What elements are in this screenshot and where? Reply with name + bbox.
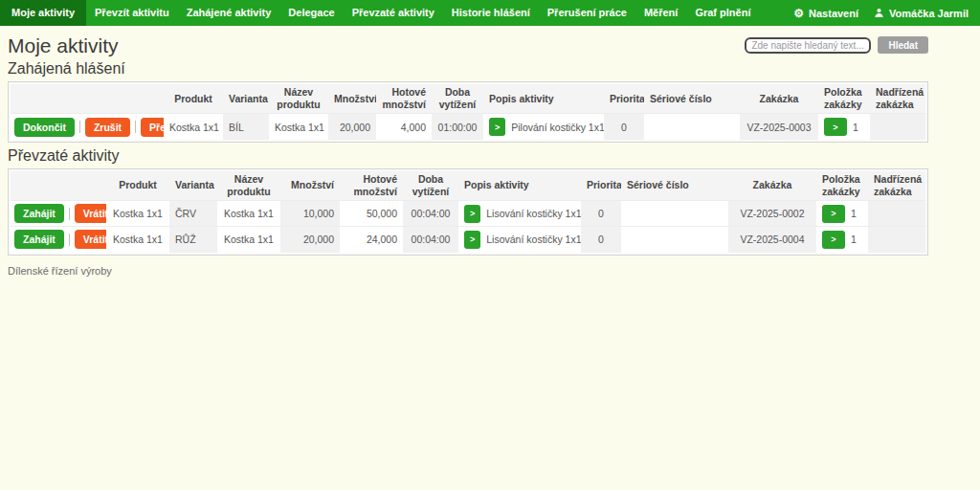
column-header-produkt: Produkt xyxy=(106,171,169,201)
started-reports-heading: Zahájená hlášení xyxy=(8,60,972,78)
cell-popis-aktivity: Lisování kostičky 1x1 xyxy=(486,208,581,219)
settings-label: Nastavení xyxy=(809,8,858,19)
column-header-popis-aktivity: Popis aktivity xyxy=(458,171,581,201)
return-button[interactable]: Vrátit xyxy=(75,204,106,223)
cell-mnozstvi: 10,000 xyxy=(280,201,340,227)
cell-hotove-mnozstvi: 50,000 xyxy=(340,201,403,227)
column-header-varianta: Varianta xyxy=(169,171,217,201)
nav-item-historie-hlaseni[interactable]: Historie hlášení xyxy=(443,0,539,26)
cell-priorita: 0 xyxy=(581,227,621,253)
column-header-priorita: Priorita xyxy=(581,171,621,201)
cell-seriove-cislo xyxy=(621,227,728,253)
column-header-varianta: Varianta xyxy=(223,84,269,114)
nav-item-prevzit-aktivitu[interactable]: Převzít aktivitu xyxy=(86,0,178,26)
divider xyxy=(135,121,136,133)
cell-nadrizena-zakazka xyxy=(868,227,925,253)
cell-popis-aktivity: Lisování kostičky 1x1 xyxy=(486,234,581,245)
finish-button[interactable]: Dokončit xyxy=(14,118,75,137)
nav-item-moje-aktivity[interactable]: Moje aktivity xyxy=(0,0,86,26)
column-header-nadrizena-zakazka: Nadřízená zakázka xyxy=(870,84,925,114)
cancel-button[interactable]: Zrušit xyxy=(85,118,130,137)
column-header-produkt: Produkt xyxy=(164,84,223,114)
cell-popis-aktivity: Pilování kostičky 1x1 xyxy=(511,122,604,133)
column-header-doba-vytizeni: Doba vytížení xyxy=(403,171,458,201)
table-header-row: Produkt Varianta Název produktu Množství… xyxy=(11,84,925,114)
nav-item-graf-plneni[interactable]: Graf plnění xyxy=(686,0,759,26)
cell-hotove-mnozstvi: 24,000 xyxy=(340,227,403,253)
cell-seriove-cislo xyxy=(621,201,728,227)
divider xyxy=(69,234,70,246)
column-header-priorita: Priorita xyxy=(604,84,644,114)
cell-varianta: RŮŽ xyxy=(169,227,217,253)
app-footer-label: Dílenské řízení výroby xyxy=(8,265,972,277)
cell-priorita: 0 xyxy=(581,201,621,227)
table-row: Zahájit Vrátit Kostka 1x1 RŮŽ Kostka 1x1… xyxy=(11,227,925,253)
activity-detail-button[interactable]: > xyxy=(464,231,480,249)
column-header-mnozstvi: Množství xyxy=(328,84,376,114)
cell-produkt: Kostka 1x1 xyxy=(106,227,169,253)
column-header-seriove-cislo: Sériové číslo xyxy=(621,171,728,201)
cell-seriove-cislo xyxy=(644,114,740,140)
settings-button[interactable]: ⚙ Nastavení xyxy=(793,8,858,19)
cell-hotove-mnozstvi: 4,000 xyxy=(376,114,432,140)
cell-mnozstvi: 20,000 xyxy=(328,114,376,140)
column-header-mnozstvi: Množství xyxy=(280,171,340,201)
nav-item-mereni[interactable]: Měření xyxy=(635,0,686,26)
activity-detail-button[interactable]: > xyxy=(464,205,480,223)
column-header-hotove-mnozstvi: Hotové množství xyxy=(340,171,403,201)
cell-mnozstvi: 20,000 xyxy=(280,227,340,253)
column-header-polozka-zakazky: Položka zakázky xyxy=(818,84,870,114)
top-navbar: Moje aktivity Převzít aktivitu Zahájené … xyxy=(0,0,980,26)
order-item-detail-button[interactable]: > xyxy=(824,118,847,136)
cell-doba-vytizeni: 00:04:00 xyxy=(403,201,458,227)
search-input[interactable] xyxy=(745,37,871,54)
cell-varianta: ČRV xyxy=(169,201,217,227)
started-reports-table: Produkt Varianta Název produktu Množství… xyxy=(8,81,928,143)
column-header-zakazka: Zakázka xyxy=(740,84,818,114)
nav-item-preruseni-prace[interactable]: Přerušení práce xyxy=(539,0,635,26)
cell-zakazka: VZ-2025-0003 xyxy=(740,114,818,140)
column-header-doba-vytizeni: Doba vytížení xyxy=(432,84,483,114)
column-header-nadrizena-zakazka: Nadřízená zakázka xyxy=(868,171,925,201)
user-menu[interactable]: Vomáčka Jarmil xyxy=(874,8,969,19)
column-header-popis-aktivity: Popis aktivity xyxy=(483,84,604,114)
start-button[interactable]: Zahájit xyxy=(14,230,64,249)
cell-produkt: Kostka 1x1 xyxy=(106,201,169,227)
divider xyxy=(69,208,70,220)
table-row: Zahájit Vrátit Kostka 1x1 ČRV Kostka 1x1… xyxy=(11,201,925,227)
start-button[interactable]: Zahájit xyxy=(14,204,64,223)
order-item-detail-button[interactable]: > xyxy=(822,205,845,223)
cell-doba-vytizeni: 00:04:00 xyxy=(403,227,458,253)
search-bar: Hledat xyxy=(745,36,928,54)
page-title: Moje aktivity xyxy=(8,34,119,57)
column-header-zakazka: Zakázka xyxy=(728,171,816,201)
cell-zakazka: VZ-2025-0002 xyxy=(728,201,816,227)
column-header-hotove-mnozstvi: Hotové množství xyxy=(376,84,432,114)
activity-detail-button[interactable]: > xyxy=(489,118,505,136)
cell-nazev-produktu: Kostka 1x1 xyxy=(269,114,328,140)
taken-activities-table: Produkt Varianta Název produktu Množství… xyxy=(8,168,928,256)
cell-nazev-produktu: Kostka 1x1 xyxy=(217,227,280,253)
cell-polozka-zakazky: 1 xyxy=(851,208,857,219)
column-header-actions xyxy=(11,171,106,201)
search-button[interactable]: Hledat xyxy=(878,36,928,54)
cell-doba-vytizeni: 01:00:00 xyxy=(432,114,483,140)
cell-nazev-produktu: Kostka 1x1 xyxy=(217,201,280,227)
column-header-nazev-produktu: Název produktu xyxy=(269,84,328,114)
nav-item-zahajene-aktivity[interactable]: Zahájené aktivity xyxy=(178,0,280,26)
cell-polozka-zakazky: 1 xyxy=(853,122,858,133)
interrupt-button[interactable]: Přerušit xyxy=(141,118,164,137)
column-header-polozka-zakazky: Položka zakázky xyxy=(816,171,868,201)
nav-item-prevzate-aktivity[interactable]: Převzaté aktivity xyxy=(344,0,443,26)
return-button[interactable]: Vrátit xyxy=(75,230,106,249)
column-header-actions xyxy=(11,84,164,114)
divider xyxy=(79,121,80,133)
order-item-detail-button[interactable]: > xyxy=(822,231,845,249)
person-icon xyxy=(874,8,884,18)
nav-item-delegace[interactable]: Delegace xyxy=(279,0,343,26)
cell-zakazka: VZ-2025-0004 xyxy=(728,227,816,253)
gear-icon: ⚙ xyxy=(793,8,804,19)
taken-activities-heading: Převzaté aktivity xyxy=(8,147,972,165)
cell-polozka-zakazky: 1 xyxy=(851,234,857,245)
table-header-row: Produkt Varianta Název produktu Množství… xyxy=(11,171,925,201)
